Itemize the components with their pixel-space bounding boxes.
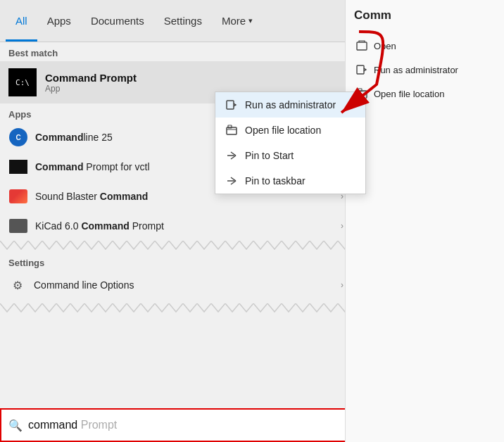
commandline-icon: C xyxy=(8,127,28,147)
best-match-subtitle: App xyxy=(45,84,137,94)
ctx-open-file-location[interactable]: Open file location xyxy=(215,118,365,143)
tab-more[interactable]: More ▾ xyxy=(212,0,263,42)
tab-apps[interactable]: Apps xyxy=(37,0,81,42)
sound-blaster-icon xyxy=(8,187,28,206)
app-item-text-vctl: Command Prompt for vctl xyxy=(35,161,150,172)
ctx-run-admin-label: Run as administrator xyxy=(245,99,336,110)
ctx-pin-to-taskbar[interactable]: Pin to taskbar xyxy=(215,168,365,194)
app-item-text: Commandline 25 xyxy=(35,132,113,143)
cmd-vctl-icon xyxy=(8,157,28,177)
tab-all[interactable]: All xyxy=(6,0,37,42)
settings-chevron-right-icon: › xyxy=(341,280,344,290)
search-placeholder-text: Prompt xyxy=(77,419,117,431)
ctx-pin-to-start[interactable]: Pin to Start xyxy=(215,143,365,168)
chevron-down-icon: ▾ xyxy=(248,16,253,25)
svg-rect-0 xyxy=(227,101,234,109)
kicad-icon xyxy=(8,216,28,236)
settings-gear-icon: ⚙ xyxy=(8,276,27,294)
right-open-label: Open xyxy=(374,41,396,51)
right-panel-title: Comm xyxy=(354,8,498,23)
cmd-icon: C:\ xyxy=(8,68,37,96)
right-file-loc-label: Open file location xyxy=(374,89,444,99)
right-file-loc-item[interactable]: Open file location xyxy=(351,82,498,106)
tab-documents[interactable]: Documents xyxy=(81,0,154,42)
ctx-run-as-admin[interactable]: Run as administrator xyxy=(215,92,365,118)
ctx-pin-start-label: Pin to Start xyxy=(245,150,294,161)
pin-to-start-icon xyxy=(225,149,238,162)
right-run-admin-item[interactable]: Run as administrator xyxy=(351,58,498,82)
chevron-right-icon2: › xyxy=(341,221,344,231)
zigzag-separator xyxy=(0,241,352,252)
search-icon: 🔍 xyxy=(8,419,23,432)
best-match-title: Command Prompt xyxy=(45,72,137,84)
ctx-pin-taskbar-label: Pin to taskbar xyxy=(245,175,305,187)
ctx-open-file-label: Open file location xyxy=(245,125,321,136)
app-item-kicad[interactable]: KiCad 6.0 Command Prompt › xyxy=(0,211,352,241)
right-panel: Comm Open Run as administrator Open file… xyxy=(345,0,504,442)
settings-item-text: Command line Options xyxy=(34,279,134,291)
app-item-text-kicad: KiCad 6.0 Command Prompt xyxy=(35,220,164,232)
tab-settings[interactable]: Settings xyxy=(154,0,212,42)
right-run-admin-icon xyxy=(355,63,368,76)
settings-cmd-line[interactable]: ⚙ Command line Options › xyxy=(0,271,352,299)
right-open-item[interactable]: Open xyxy=(351,34,498,58)
settings-section-label: Settings xyxy=(0,252,352,271)
right-open-icon xyxy=(355,39,368,52)
run-as-admin-icon xyxy=(225,99,238,111)
tabs-bar: All Apps Documents Settings More ▾ xyxy=(0,0,352,42)
zigzag-bottom-separator xyxy=(0,303,352,315)
app-item-text-sb: Sound Blaster Command xyxy=(35,191,148,202)
search-typed-text: command xyxy=(28,419,77,431)
pin-to-taskbar-icon xyxy=(225,175,238,187)
best-match-label: Best match xyxy=(0,42,352,61)
svg-rect-11 xyxy=(357,42,367,50)
right-run-admin-label: Run as administrator xyxy=(374,65,458,75)
context-menu: Run as administrator Open file location … xyxy=(215,91,366,194)
open-file-location-icon xyxy=(225,124,238,137)
search-panel: All Apps Documents Settings More ▾ Best … xyxy=(0,0,352,442)
search-bar[interactable]: 🔍 command Prompt xyxy=(0,408,352,442)
svg-rect-12 xyxy=(357,65,364,74)
